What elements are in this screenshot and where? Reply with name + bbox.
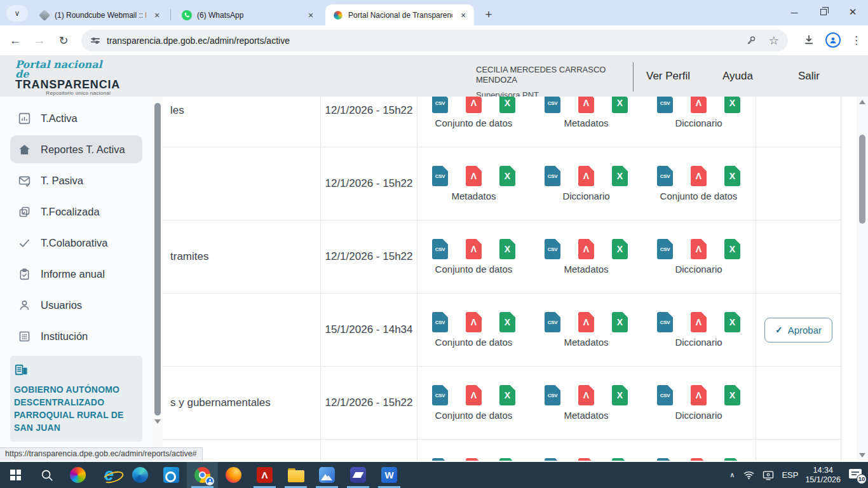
pdf-file-icon[interactable]: Λ [466, 239, 482, 259]
pdf-file-icon[interactable]: Λ [578, 97, 594, 113]
start-button[interactable] [0, 462, 31, 488]
back-button[interactable]: ← [6, 32, 24, 49]
sidebar-item-t-colaborativa[interactable]: T.Colaborativa [0, 227, 153, 259]
sidebar-item-t-activa[interactable]: T.Activa [0, 103, 153, 134]
csv-file-icon[interactable]: CSV [657, 239, 673, 259]
url-text[interactable]: transparencia.dpe.gob.ec/admin/reports/a… [107, 36, 290, 46]
xls-file-icon[interactable]: X [499, 166, 515, 186]
taskbar-photos-button[interactable] [311, 462, 342, 488]
xls-file-icon[interactable]: X [612, 312, 628, 332]
tab-roundcube[interactable]: (1) Roundcube Webmail :: Entra × [32, 4, 168, 25]
pdf-file-icon[interactable]: Λ [466, 385, 482, 405]
csv-file-icon[interactable]: CSV [657, 312, 673, 332]
tab-close-icon[interactable]: × [151, 10, 163, 21]
xls-file-icon[interactable]: X [724, 97, 740, 113]
sidebar-item-usuarios[interactable]: Usuarios [0, 290, 153, 321]
pdf-file-icon[interactable]: Λ [691, 166, 707, 186]
csv-file-icon[interactable]: CSV [432, 239, 448, 259]
pdf-file-icon[interactable]: Λ [466, 458, 482, 461]
xls-file-icon[interactable]: X [612, 458, 628, 461]
profile-avatar-icon[interactable] [825, 32, 841, 48]
sidebar-item-reportes-t-activa[interactable]: Reportes T. Activa [10, 135, 142, 163]
pdf-file-icon[interactable]: Λ [466, 97, 482, 113]
pdf-file-icon[interactable]: Λ [691, 239, 707, 259]
taskbar-firefox-button[interactable] [218, 462, 249, 488]
tab-whatsapp[interactable]: (6) WhatsApp × [174, 4, 322, 25]
new-tab-button[interactable]: + [480, 6, 497, 23]
csv-file-icon[interactable]: CSV [545, 385, 560, 405]
sidebar-item-informe-anual[interactable]: Informe anual [0, 259, 153, 290]
notification-center-button[interactable]: 10 [848, 468, 864, 482]
pdf-file-icon[interactable]: Λ [691, 97, 707, 113]
taskbar-internet-explorer-button[interactable]: e [93, 462, 125, 488]
pdf-file-icon[interactable]: Λ [691, 385, 707, 405]
password-key-icon[interactable] [746, 35, 757, 46]
nav-ayuda[interactable]: Ayuda [722, 70, 753, 83]
tab-search-chevron-icon[interactable]: ∨ [6, 5, 28, 22]
pdf-file-icon[interactable]: Λ [578, 385, 594, 405]
taskbar-scanner-button[interactable] [342, 462, 374, 488]
sidebar-item-t-focalizada[interactable]: T.Focalizada [0, 196, 153, 227]
csv-file-icon[interactable]: CSV [545, 97, 560, 113]
bookmark-star-icon[interactable]: ☆ [769, 34, 779, 48]
aprobar-button[interactable]: ✓ Aprobar [764, 318, 832, 342]
language-indicator[interactable]: ESP [782, 470, 798, 480]
xls-file-icon[interactable]: X [724, 239, 740, 259]
csv-file-icon[interactable]: CSV [545, 239, 560, 259]
pdf-file-icon[interactable]: Λ [578, 312, 594, 332]
taskbar-chrome-button[interactable] [187, 462, 218, 488]
reload-button[interactable]: ↻ [55, 32, 72, 49]
connect-display-icon[interactable] [762, 469, 775, 482]
csv-file-icon[interactable]: CSV [657, 166, 673, 186]
sidebar-scrollbar-thumb[interactable] [154, 103, 161, 416]
page-scrollbar[interactable] [857, 97, 868, 461]
taskbar-file-explorer-button[interactable] [280, 462, 311, 488]
tab-close-icon[interactable]: × [458, 10, 469, 21]
clock[interactable]: 14:34 15/1/2026 [805, 466, 841, 485]
xls-file-icon[interactable]: X [499, 97, 515, 113]
csv-file-icon[interactable]: CSV [432, 97, 448, 113]
downloads-icon[interactable] [803, 34, 815, 46]
wifi-icon[interactable] [743, 469, 755, 481]
taskbar-word-button[interactable]: W [374, 462, 405, 488]
csv-file-icon[interactable]: CSV [432, 166, 448, 186]
xls-file-icon[interactable]: X [499, 458, 515, 461]
pdf-file-icon[interactable]: Λ [578, 239, 594, 259]
site-settings-icon[interactable] [90, 36, 100, 46]
pdf-file-icon[interactable]: Λ [578, 458, 594, 461]
taskbar-outlook-button[interactable] [156, 462, 187, 488]
csv-file-icon[interactable]: CSV [545, 166, 560, 186]
csv-file-icon[interactable]: CSV [432, 385, 448, 405]
tab-portal-active[interactable]: Portal Nacional de Transparenci × [325, 4, 474, 25]
xls-file-icon[interactable]: X [724, 385, 740, 405]
csv-file-icon[interactable]: CSV [657, 385, 673, 405]
page-scroll-down-icon[interactable] [859, 453, 865, 458]
xls-file-icon[interactable]: X [724, 166, 740, 186]
xls-file-icon[interactable]: X [499, 312, 515, 332]
pdf-file-icon[interactable]: Λ [466, 166, 482, 186]
xls-file-icon[interactable]: X [612, 97, 628, 113]
forward-button[interactable]: → [31, 32, 48, 49]
window-close-button[interactable]: ✕ [839, 0, 867, 24]
browser-menu-icon[interactable]: ⋮ [851, 34, 862, 47]
address-bar[interactable]: transparencia.dpe.gob.ec/admin/reports/a… [81, 30, 788, 51]
xls-file-icon[interactable]: X [499, 239, 515, 259]
xls-file-icon[interactable]: X [499, 385, 515, 405]
xls-file-icon[interactable]: X [612, 166, 628, 186]
page-scrollbar-thumb[interactable] [859, 135, 865, 224]
xls-file-icon[interactable]: X [724, 312, 740, 332]
taskbar-edge-button[interactable] [125, 462, 156, 488]
xls-file-icon[interactable]: X [724, 458, 740, 461]
xls-file-icon[interactable]: X [612, 239, 628, 259]
csv-file-icon[interactable]: CSV [657, 97, 673, 113]
csv-file-icon[interactable]: CSV [432, 458, 448, 461]
sidebar-item-t-pasiva[interactable]: T. Pasiva [0, 165, 153, 196]
taskbar-search-button[interactable] [31, 462, 62, 488]
taskbar-acrobat-button[interactable]: Λ [249, 462, 280, 488]
csv-file-icon[interactable]: CSV [432, 312, 448, 332]
tray-expand-icon[interactable]: ∧ [728, 471, 736, 479]
window-restore-button[interactable] [810, 0, 837, 24]
pdf-file-icon[interactable]: Λ [466, 312, 482, 332]
page-scroll-up-icon[interactable] [859, 100, 865, 104]
sidebar-scrollbar[interactable] [153, 97, 163, 461]
